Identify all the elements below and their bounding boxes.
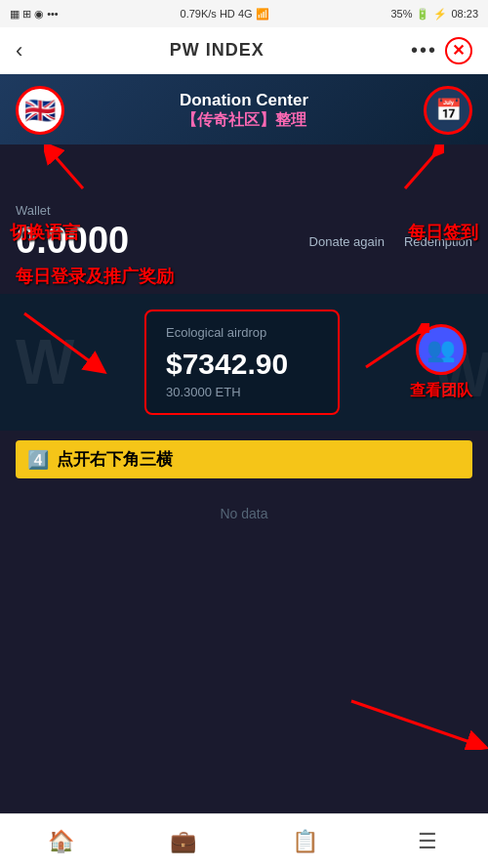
charge-icon: ⚡ — [433, 8, 447, 21]
language-switch-button[interactable]: 🇬🇧 — [16, 86, 64, 135]
wallet-icon: 💼 — [170, 829, 196, 854]
nav-wallet-button[interactable]: 💼 — [122, 829, 244, 854]
nav-actions: ••• ✕ — [411, 37, 472, 64]
nav-orders-button[interactable]: 📋 — [244, 829, 366, 854]
eco-amount: $7342.90 — [166, 348, 318, 381]
team-section: W 👥 查看团队 — [410, 324, 472, 401]
team-label: 查看团队 — [410, 381, 472, 401]
clock: 08:23 — [451, 8, 478, 20]
svg-line-7 — [366, 328, 425, 367]
back-button[interactable]: ‹ — [16, 38, 22, 63]
eco-eth: 30.3000 ETH — [166, 385, 318, 399]
eco-airdrop-card: Ecological airdrop $7342.90 30.3000 ETH — [144, 310, 340, 415]
arrow-to-menu — [332, 691, 488, 750]
battery-icon: 🔋 — [416, 8, 429, 21]
svg-line-5 — [24, 313, 98, 367]
arrow-to-team — [361, 323, 429, 372]
battery-level: 35% — [390, 8, 412, 20]
no-data-section: No data — [0, 488, 488, 539]
daily-signin-label: 每日签到 — [408, 221, 478, 244]
status-bar: ▦ ⊞ ◉ ••• 0.79K/s HD 4G 📶 35% 🔋 ⚡ 08:23 — [0, 0, 488, 27]
calendar-icon: 📅 — [435, 98, 462, 123]
donate-again-button[interactable]: Donate again — [309, 234, 385, 249]
daily-signin-button[interactable]: 📅 — [424, 86, 472, 135]
home-icon: 🏠 — [48, 829, 74, 854]
team-icon: 👥 — [427, 336, 456, 363]
menu-icon: ☰ — [418, 829, 437, 854]
daily-login-label: 每日登录及推广奖励 — [0, 263, 488, 294]
arrow-to-eco-card — [10, 304, 107, 382]
svg-line-1 — [49, 149, 83, 188]
close-icon: ✕ — [452, 41, 465, 60]
step-text: 点开右下角三横 — [57, 448, 173, 471]
bottom-nav: 🏠 💼 📋 ☰ — [0, 813, 488, 868]
speed-indicator: 0.79K/s — [181, 8, 217, 20]
status-bar-center: 0.79K/s HD 4G 📶 — [181, 8, 269, 21]
wallet-label: Wallet — [16, 203, 472, 218]
status-bar-right: 35% 🔋 ⚡ 08:23 — [390, 8, 478, 21]
arrow-labels-row: 切换语言 每日签到 — [0, 145, 488, 193]
orders-icon: 📋 — [292, 829, 318, 854]
donation-center-title: Donation Center — [64, 91, 424, 110]
step-banner: 4️⃣ 点开右下角三横 — [16, 440, 472, 478]
svg-line-3 — [405, 149, 439, 188]
hd-label: HD — [220, 8, 238, 20]
lang-switch-label: 切换语言 — [10, 221, 80, 244]
nav-menu-button[interactable]: ☰ — [366, 829, 488, 854]
signal-bars: 📶 — [256, 8, 269, 20]
donation-title-block: Donation Center 【传奇社区】整理 — [64, 91, 424, 131]
flag-icon: 🇬🇧 — [24, 96, 56, 126]
signal-icons: ▦ ⊞ ◉ ••• — [10, 8, 59, 21]
svg-line-9 — [351, 701, 478, 745]
page-title: PW INDEX — [170, 40, 264, 61]
arrow-to-calendar — [386, 145, 444, 193]
arrow-to-flag — [44, 145, 102, 193]
status-bar-left: ▦ ⊞ ◉ ••• — [10, 8, 59, 21]
no-data-label: No data — [220, 506, 267, 521]
eco-section: W Ecological airdrop $7342.90 30.3000 ET… — [0, 294, 488, 431]
nav-bar: ‹ PW INDEX ••• ✕ — [0, 27, 488, 74]
nav-home-button[interactable]: 🏠 — [0, 829, 122, 854]
more-options-button[interactable]: ••• — [411, 39, 437, 62]
step-number: 4️⃣ — [27, 449, 49, 471]
main-content: 🇬🇧 Donation Center 【传奇社区】整理 📅 切换语言 每日签到 … — [0, 74, 488, 813]
close-button[interactable]: ✕ — [445, 37, 472, 64]
eco-card-title: Ecological airdrop — [166, 325, 318, 340]
donation-subtitle: 【传奇社区】整理 — [64, 110, 424, 131]
donation-header: 🇬🇧 Donation Center 【传奇社区】整理 📅 — [0, 74, 488, 145]
network-type: 4G — [238, 8, 253, 20]
